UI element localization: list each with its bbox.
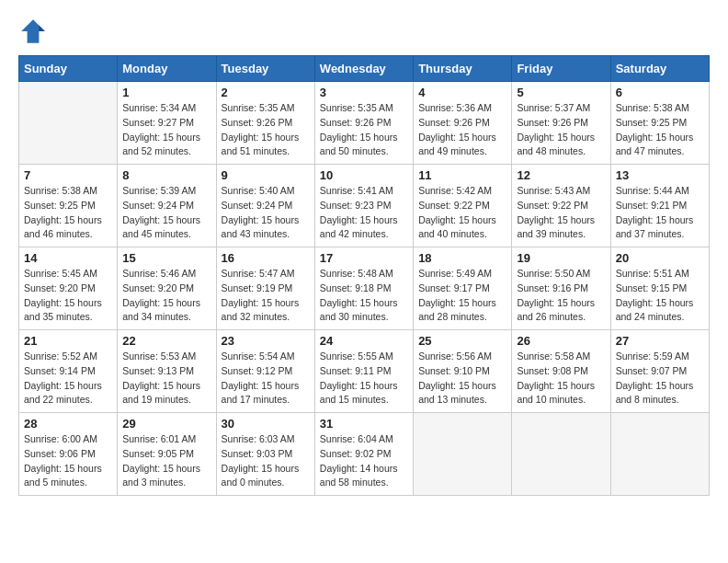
day-number: 21 <box>24 334 112 348</box>
day-info: Sunrise: 5:37 AM Sunset: 9:26 PM Dayligh… <box>517 101 605 159</box>
day-number: 28 <box>24 417 112 431</box>
calendar-cell: 29Sunrise: 6:01 AM Sunset: 9:05 PM Dayli… <box>118 413 216 496</box>
calendar-table: SundayMondayTuesdayWednesdayThursdayFrid… <box>18 55 710 496</box>
calendar-cell <box>414 413 512 496</box>
day-info: Sunrise: 5:41 AM Sunset: 9:23 PM Dayligh… <box>320 184 408 242</box>
calendar-cell: 13Sunrise: 5:44 AM Sunset: 9:21 PM Dayli… <box>610 165 709 247</box>
calendar-cell: 17Sunrise: 5:48 AM Sunset: 9:18 PM Dayli… <box>314 247 413 330</box>
day-info: Sunrise: 5:34 AM Sunset: 9:27 PM Dayligh… <box>122 101 210 159</box>
day-info: Sunrise: 5:38 AM Sunset: 9:25 PM Dayligh… <box>616 101 704 159</box>
day-number: 24 <box>320 334 408 348</box>
day-info: Sunrise: 5:40 AM Sunset: 9:24 PM Dayligh… <box>222 184 310 242</box>
day-info: Sunrise: 5:55 AM Sunset: 9:11 PM Dayligh… <box>320 350 408 408</box>
calendar-cell: 4Sunrise: 5:36 AM Sunset: 9:26 PM Daylig… <box>414 82 512 165</box>
calendar-cell: 27Sunrise: 5:59 AM Sunset: 9:07 PM Dayli… <box>610 330 709 413</box>
week-row-2: 7Sunrise: 5:38 AM Sunset: 9:25 PM Daylig… <box>19 165 710 247</box>
day-info: Sunrise: 6:00 AM Sunset: 9:06 PM Dayligh… <box>24 432 112 490</box>
day-number: 3 <box>320 86 408 99</box>
day-number: 14 <box>24 251 112 265</box>
calendar-cell: 31Sunrise: 6:04 AM Sunset: 9:02 PM Dayli… <box>314 413 413 496</box>
header <box>18 17 710 46</box>
day-info: Sunrise: 5:54 AM Sunset: 9:12 PM Dayligh… <box>222 350 310 408</box>
day-number: 23 <box>222 334 310 348</box>
day-number: 6 <box>616 86 704 99</box>
day-info: Sunrise: 5:43 AM Sunset: 9:22 PM Dayligh… <box>517 184 605 242</box>
calendar-cell <box>512 413 610 496</box>
day-info: Sunrise: 5:51 AM Sunset: 9:15 PM Dayligh… <box>616 267 704 325</box>
day-info: Sunrise: 5:59 AM Sunset: 9:07 PM Dayligh… <box>616 350 704 408</box>
calendar-cell: 22Sunrise: 5:53 AM Sunset: 9:13 PM Dayli… <box>118 330 216 413</box>
day-number: 31 <box>320 417 408 431</box>
week-row-5: 28Sunrise: 6:00 AM Sunset: 9:06 PM Dayli… <box>19 413 710 496</box>
svg-marker-1 <box>39 26 44 31</box>
day-info: Sunrise: 5:52 AM Sunset: 9:14 PM Dayligh… <box>24 350 112 408</box>
calendar-cell: 23Sunrise: 5:54 AM Sunset: 9:12 PM Dayli… <box>216 330 314 413</box>
day-info: Sunrise: 5:46 AM Sunset: 9:20 PM Dayligh… <box>122 267 210 325</box>
day-number: 13 <box>616 168 704 182</box>
calendar-cell <box>610 413 709 496</box>
day-info: Sunrise: 5:53 AM Sunset: 9:13 PM Dayligh… <box>122 350 210 408</box>
calendar-cell: 25Sunrise: 5:56 AM Sunset: 9:10 PM Dayli… <box>414 330 512 413</box>
calendar-cell: 21Sunrise: 5:52 AM Sunset: 9:14 PM Dayli… <box>19 330 118 413</box>
day-info: Sunrise: 6:04 AM Sunset: 9:02 PM Dayligh… <box>320 432 408 490</box>
calendar-cell: 11Sunrise: 5:42 AM Sunset: 9:22 PM Dayli… <box>414 165 512 247</box>
day-number: 2 <box>222 86 310 99</box>
calendar-cell: 7Sunrise: 5:38 AM Sunset: 9:25 PM Daylig… <box>19 165 118 247</box>
calendar-cell: 16Sunrise: 5:47 AM Sunset: 9:19 PM Dayli… <box>216 247 314 330</box>
day-number: 19 <box>517 251 605 265</box>
calendar-cell: 20Sunrise: 5:51 AM Sunset: 9:15 PM Dayli… <box>610 247 709 330</box>
day-info: Sunrise: 5:44 AM Sunset: 9:21 PM Dayligh… <box>616 184 704 242</box>
day-info: Sunrise: 5:50 AM Sunset: 9:16 PM Dayligh… <box>517 267 605 325</box>
calendar-cell: 18Sunrise: 5:49 AM Sunset: 9:17 PM Dayli… <box>414 247 512 330</box>
day-info: Sunrise: 5:39 AM Sunset: 9:24 PM Dayligh… <box>122 184 210 242</box>
calendar-cell: 2Sunrise: 5:35 AM Sunset: 9:26 PM Daylig… <box>216 82 314 165</box>
calendar-cell: 26Sunrise: 5:58 AM Sunset: 9:08 PM Dayli… <box>512 330 610 413</box>
calendar-cell: 30Sunrise: 6:03 AM Sunset: 9:03 PM Dayli… <box>216 413 314 496</box>
day-number: 5 <box>517 86 605 99</box>
day-number: 30 <box>222 417 310 431</box>
page: SundayMondayTuesdayWednesdayThursdayFrid… <box>0 0 728 512</box>
day-number: 9 <box>222 168 310 182</box>
calendar-cell: 9Sunrise: 5:40 AM Sunset: 9:24 PM Daylig… <box>216 165 314 247</box>
weekday-header-row: SundayMondayTuesdayWednesdayThursdayFrid… <box>19 56 710 82</box>
day-info: Sunrise: 5:42 AM Sunset: 9:22 PM Dayligh… <box>418 184 506 242</box>
day-number: 8 <box>122 168 210 182</box>
day-number: 11 <box>418 168 506 182</box>
day-info: Sunrise: 5:58 AM Sunset: 9:08 PM Dayligh… <box>517 350 605 408</box>
calendar-cell: 3Sunrise: 5:35 AM Sunset: 9:26 PM Daylig… <box>314 82 413 165</box>
calendar-cell: 15Sunrise: 5:46 AM Sunset: 9:20 PM Dayli… <box>118 247 216 330</box>
calendar-cell: 5Sunrise: 5:37 AM Sunset: 9:26 PM Daylig… <box>512 82 610 165</box>
weekday-header-monday: Monday <box>118 56 216 82</box>
day-number: 18 <box>418 251 506 265</box>
day-info: Sunrise: 5:35 AM Sunset: 9:26 PM Dayligh… <box>222 101 310 159</box>
day-info: Sunrise: 5:49 AM Sunset: 9:17 PM Dayligh… <box>418 267 506 325</box>
day-info: Sunrise: 6:03 AM Sunset: 9:03 PM Dayligh… <box>222 432 310 490</box>
day-info: Sunrise: 5:35 AM Sunset: 9:26 PM Dayligh… <box>320 101 408 159</box>
logo-icon <box>18 17 48 46</box>
weekday-header-sunday: Sunday <box>19 56 118 82</box>
calendar-cell: 14Sunrise: 5:45 AM Sunset: 9:20 PM Dayli… <box>19 247 118 330</box>
day-info: Sunrise: 5:45 AM Sunset: 9:20 PM Dayligh… <box>24 267 112 325</box>
calendar-cell: 10Sunrise: 5:41 AM Sunset: 9:23 PM Dayli… <box>314 165 413 247</box>
calendar-cell: 1Sunrise: 5:34 AM Sunset: 9:27 PM Daylig… <box>118 82 216 165</box>
weekday-header-tuesday: Tuesday <box>216 56 314 82</box>
calendar-cell: 8Sunrise: 5:39 AM Sunset: 9:24 PM Daylig… <box>118 165 216 247</box>
day-number: 16 <box>222 251 310 265</box>
calendar-cell: 6Sunrise: 5:38 AM Sunset: 9:25 PM Daylig… <box>610 82 709 165</box>
day-number: 7 <box>24 168 112 182</box>
weekday-header-friday: Friday <box>512 56 610 82</box>
weekday-header-saturday: Saturday <box>610 56 709 82</box>
weekday-header-thursday: Thursday <box>414 56 512 82</box>
day-info: Sunrise: 5:48 AM Sunset: 9:18 PM Dayligh… <box>320 267 408 325</box>
weekday-header-wednesday: Wednesday <box>314 56 413 82</box>
day-info: Sunrise: 5:36 AM Sunset: 9:26 PM Dayligh… <box>418 101 506 159</box>
day-number: 20 <box>616 251 704 265</box>
day-number: 15 <box>122 251 210 265</box>
day-info: Sunrise: 6:01 AM Sunset: 9:05 PM Dayligh… <box>122 432 210 490</box>
calendar-cell <box>19 82 118 165</box>
day-info: Sunrise: 5:38 AM Sunset: 9:25 PM Dayligh… <box>24 184 112 242</box>
day-info: Sunrise: 5:47 AM Sunset: 9:19 PM Dayligh… <box>222 267 310 325</box>
day-number: 29 <box>122 417 210 431</box>
calendar-cell: 19Sunrise: 5:50 AM Sunset: 9:16 PM Dayli… <box>512 247 610 330</box>
week-row-3: 14Sunrise: 5:45 AM Sunset: 9:20 PM Dayli… <box>19 247 710 330</box>
